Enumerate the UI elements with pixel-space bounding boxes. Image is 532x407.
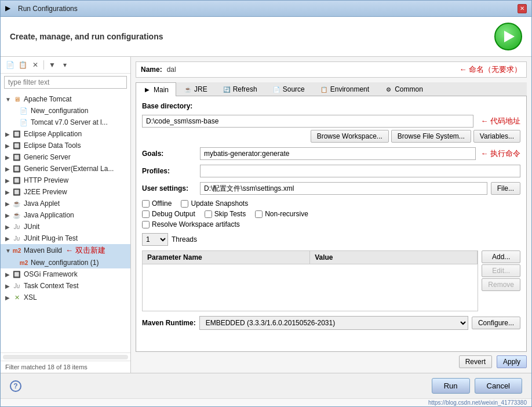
filter-input[interactable] — [4, 76, 127, 89]
scrollbar-track[interactable] — [3, 355, 128, 359]
tree-item-generic-server-ext[interactable]: ▶ 🔲 Generic Server(External La... — [1, 163, 130, 175]
checkbox-row-3: Resolve Workspace artifacts — [142, 220, 520, 228]
update-snapshots-checkbox-item[interactable]: Update Snapshots — [181, 199, 248, 208]
main-content: 📄 📋 ✕ ▼ ▾ ▼ 🖥 Apache Tomcat 📄 — [1, 57, 531, 373]
run-green-button[interactable] — [494, 23, 522, 50]
threads-select[interactable]: 1 2 4 — [142, 233, 168, 246]
maven-runtime-select[interactable]: EMBEDDED (3.3.3/1.6.0.20150526-2031) — [199, 316, 468, 330]
params-header: Parameter Name Value — [143, 251, 478, 264]
tree-item-http-preview[interactable]: ▶ 🔲 HTTP Preview — [1, 175, 130, 186]
offline-checkbox-item[interactable]: Offline — [142, 199, 172, 208]
tree-item-osgi[interactable]: ▶ 🔲 OSGi Framework — [1, 268, 130, 280]
tree-item-maven-build[interactable]: ▼ m2 Maven Build ← 双击新建 — [1, 244, 130, 257]
expand-arrow-java-app: ▶ — [5, 212, 11, 219]
browse-filesystem-button[interactable]: Browse File System... — [391, 130, 471, 143]
horizontal-scrollbar[interactable] — [1, 353, 130, 361]
tree-item-apache-tomcat[interactable]: ▼ 🖥 Apache Tomcat — [1, 93, 130, 105]
offline-checkbox[interactable] — [142, 200, 150, 208]
name-input[interactable] — [167, 66, 455, 74]
non-recursive-checkbox-item[interactable]: Non-recursive — [255, 210, 308, 218]
base-directory-input[interactable] — [142, 115, 473, 128]
java-applet-icon: ☕ — [12, 199, 21, 208]
browse-btn-group: Browse Workspace... Browse File System..… — [142, 130, 520, 143]
params-side-buttons: Add... Edit... Remove — [482, 250, 520, 316]
name-label: Name: — [141, 66, 162, 74]
env-tab-label: Environment — [330, 85, 369, 93]
maven-icon: m2 — [12, 246, 21, 255]
expand-arrow-junit-plugin: ▶ — [5, 235, 11, 242]
close-button[interactable]: ✕ — [518, 4, 527, 13]
tree-item-j2ee-preview[interactable]: ▶ 🔲 J2EE Preview — [1, 186, 130, 198]
revert-button[interactable]: Revert — [459, 355, 492, 368]
common-tab-icon: ⚙ — [384, 85, 392, 93]
tree-item-task-context[interactable]: ▶ Ju Task Context Test — [1, 280, 130, 292]
non-recursive-checkbox[interactable] — [255, 210, 263, 218]
filter-button[interactable]: ▼ — [46, 59, 58, 71]
debug-output-checkbox[interactable] — [142, 210, 150, 218]
tree-label-java-app: Java Application — [24, 211, 74, 219]
browse-workspace-button[interactable]: Browse Workspace... — [311, 130, 389, 143]
configure-button[interactable]: Configure... — [472, 317, 520, 329]
tree-item-java-app[interactable]: ▶ ☕ Java Application — [1, 209, 130, 221]
http-icon: 🔲 — [12, 176, 21, 185]
debug-output-label: Debug Output — [152, 210, 195, 218]
tree-label-tomcat-v7: Tomcat v7.0 Server at l... — [31, 118, 108, 126]
tab-source[interactable]: 📄 Source — [265, 82, 312, 96]
debug-output-checkbox-item[interactable]: Debug Output — [142, 210, 195, 218]
resolve-workspace-checkbox-item[interactable]: Resolve Workspace artifacts — [142, 220, 240, 228]
titlebar: ▶ Run Configurations ✕ — [1, 1, 531, 17]
tree-item-new-configuration[interactable]: 📄 New_configuration — [1, 105, 130, 117]
help-button[interactable]: ? — [10, 380, 21, 392]
name-row: Name: ← 命名（无要求） — [136, 61, 527, 78]
resolve-workspace-checkbox[interactable] — [142, 221, 150, 228]
refresh-tab-label: Refresh — [233, 85, 257, 93]
profiles-input[interactable] — [200, 165, 520, 177]
resolve-workspace-label: Resolve Workspace artifacts — [152, 220, 240, 228]
goals-input[interactable] — [200, 147, 476, 160]
tab-jre[interactable]: ☕ JRE — [176, 82, 215, 96]
offline-label: Offline — [152, 199, 172, 208]
tree-item-java-applet[interactable]: ▶ ☕ Java Applet — [1, 198, 130, 209]
skip-tests-checkbox-item[interactable]: Skip Tests — [205, 210, 246, 218]
tree-label-java-applet: Java Applet — [24, 199, 60, 208]
tab-environment[interactable]: 📋 Environment — [312, 82, 377, 96]
delete-config-button[interactable]: ✕ — [30, 59, 41, 71]
run-button[interactable]: Run — [432, 378, 470, 394]
left-panel: 📄 📋 ✕ ▼ ▾ ▼ 🖥 Apache Tomcat 📄 — [1, 57, 131, 373]
tree-item-eclipse-app[interactable]: ▶ 🔲 Eclipse Application — [1, 128, 130, 140]
source-tab-icon: 📄 — [272, 85, 280, 93]
update-snapshots-label: Update Snapshots — [191, 199, 248, 208]
edit-param-button[interactable]: Edit... — [482, 264, 520, 277]
tree-item-junit[interactable]: ▶ Ju JUnit — [1, 221, 130, 232]
run-configurations-window: ▶ Run Configurations ✕ Create, manage, a… — [0, 0, 532, 407]
tree-item-generic-server[interactable]: ▶ 🔲 Generic Server — [1, 151, 130, 163]
tree-item-junit-plugin[interactable]: ▶ Ju JUnit Plug-in Test — [1, 232, 130, 244]
file-button[interactable]: File... — [491, 182, 520, 195]
update-snapshots-checkbox[interactable] — [181, 200, 188, 208]
generic-server-ext-icon: 🔲 — [12, 164, 21, 173]
junit-icon: Ju — [12, 222, 21, 231]
tab-refresh[interactable]: 🔄 Refresh — [215, 82, 265, 96]
tree-item-xsl[interactable]: ▶ ✕ XSL — [1, 292, 130, 303]
tree-item-tomcat-v7[interactable]: 📄 Tomcat v7.0 Server at l... — [1, 117, 130, 128]
maven-runtime-label: Maven Runtime: — [142, 319, 196, 327]
variables-button[interactable]: Variables... — [473, 130, 520, 143]
copy-config-button[interactable]: 📋 — [17, 59, 28, 71]
apply-button[interactable]: Apply — [497, 355, 527, 368]
skip-tests-checkbox[interactable] — [205, 210, 212, 218]
cancel-button[interactable]: Cancel — [475, 378, 522, 394]
add-param-button[interactable]: Add... — [482, 250, 520, 263]
more-button[interactable]: ▾ — [59, 59, 71, 71]
tree-item-new-config-1[interactable]: m2 New_configuration (1) — [1, 257, 130, 268]
tab-common[interactable]: ⚙ Common — [377, 82, 431, 96]
maven-annotation: ← 双击新建 — [65, 245, 105, 256]
remove-param-button[interactable]: Remove — [482, 278, 520, 291]
config-icon-2: 📄 — [19, 118, 28, 127]
tab-main[interactable]: ▶ Main — [136, 82, 176, 96]
new-config-button[interactable]: 📄 — [4, 59, 16, 71]
user-settings-input[interactable] — [200, 182, 487, 195]
tree-item-eclipse-data[interactable]: ▶ 🔲 Eclipse Data Tools — [1, 140, 130, 151]
params-section-wrapper: Parameter Name Value Add... Edit... Remo… — [142, 250, 520, 316]
expand-arrow-junit: ▶ — [5, 224, 11, 230]
expand-arrow-eclipse: ▶ — [5, 131, 11, 137]
